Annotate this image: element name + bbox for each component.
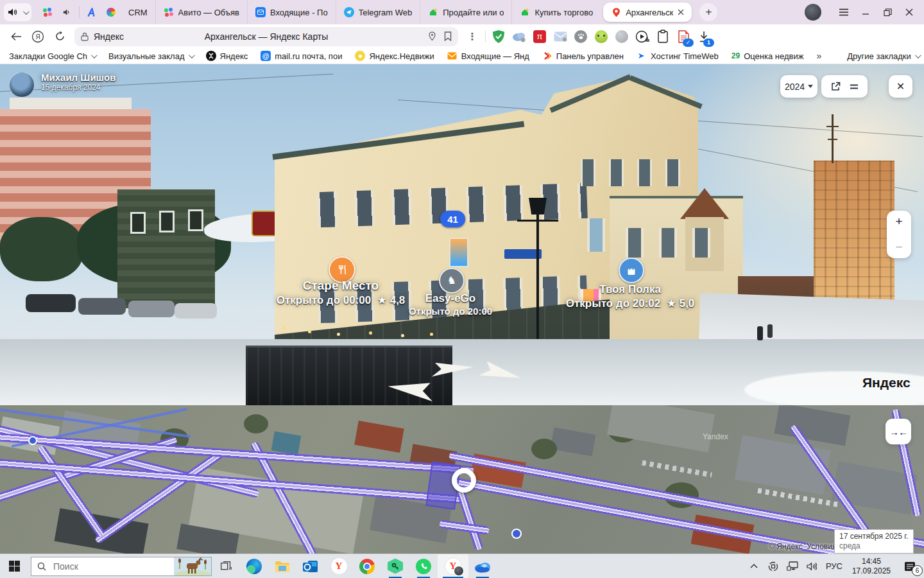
author-avatar[interactable]: [9, 72, 35, 98]
new-tab-button[interactable]: +: [699, 3, 717, 21]
bookmark-folder-google[interactable]: Закладки Google Ch: [9, 51, 96, 61]
close-panorama-button[interactable]: ✕: [889, 75, 912, 98]
panorama-viewport[interactable]: Михаил Шишов 15 декабря 2024 2024 ✕ + − …: [0, 64, 924, 405]
taskbar-app-cloud[interactable]: [468, 554, 497, 578]
tray-time: 14:45: [852, 557, 891, 566]
equals-menu-icon[interactable]: [850, 83, 859, 90]
geo-pin-icon[interactable]: [428, 31, 436, 41]
yandex-search-button[interactable]: Я: [27, 27, 49, 46]
poi-name[interactable]: Easy-eGo: [393, 292, 508, 305]
extension-paw[interactable]: [572, 28, 589, 45]
poi-name[interactable]: Твоя Полка: [566, 283, 694, 296]
tray-language[interactable]: РУС: [821, 554, 847, 578]
extension-adguard[interactable]: [490, 28, 507, 45]
bookmark-folder-visual[interactable]: Визуальные заклад: [108, 51, 193, 61]
taskbar-app-edge[interactable]: [240, 554, 268, 578]
browser-menu-button[interactable]: [833, 3, 855, 22]
extension-grey[interactable]: [613, 28, 630, 45]
share-icon[interactable]: [831, 82, 841, 91]
extension-clipboard[interactable]: [654, 28, 671, 45]
extension-mail[interactable]: [552, 28, 569, 45]
tab-arkhangelsk-active[interactable]: Архангельск: [603, 3, 692, 22]
extension-cloud[interactable]: [511, 28, 527, 45]
tray-network-icon[interactable]: [783, 554, 802, 578]
search-highlight-moose-image[interactable]: [174, 557, 211, 575]
window-minimize-button[interactable]: [855, 3, 877, 22]
extension-pikabu[interactable]: π: [531, 28, 548, 45]
back-button[interactable]: [5, 27, 27, 46]
tray-app-icon[interactable]: [764, 554, 783, 578]
tab-crm[interactable]: CRM: [121, 0, 156, 24]
pinned-tab-pie[interactable]: [101, 3, 121, 21]
map-point-marker[interactable]: [28, 436, 37, 445]
bookmark-inbox[interactable]: Входящие — Янд: [447, 51, 529, 61]
copyright-text[interactable]: © Яндекс: [769, 542, 803, 551]
bookmark-ocenka[interactable]: 29Оценка недвиж: [732, 51, 804, 61]
taskbar-search[interactable]: [31, 557, 212, 576]
antenna-bar: [828, 139, 837, 140]
pinned-tab-avito[interactable]: [82, 3, 101, 21]
poi-shop-icon[interactable]: [619, 258, 644, 283]
extension-doc-check[interactable]: ✓: [675, 28, 692, 45]
tab-telegram[interactable]: Telegram Web: [336, 0, 421, 24]
poi-toys-icon[interactable]: ♞: [439, 268, 465, 293]
bookmark-label: Яндекс: [220, 51, 248, 61]
profile-avatar[interactable]: [805, 4, 821, 21]
extensions-kebab-button[interactable]: ⋮: [464, 28, 481, 45]
tray-volume-icon[interactable]: [802, 554, 821, 578]
house-number-badge[interactable]: 41: [440, 211, 465, 227]
tray-expand-button[interactable]: [744, 554, 764, 578]
pedestrian: [757, 326, 763, 340]
tab-avito[interactable]: Авито — Объяв: [156, 0, 248, 24]
plus-icon: +: [706, 6, 712, 19]
window-maximize-button[interactable]: [877, 3, 898, 22]
window-close-button[interactable]: [898, 3, 920, 22]
back-arrow-icon: [11, 32, 22, 41]
search-input[interactable]: [52, 561, 174, 572]
pinned-tab-audio[interactable]: [57, 3, 76, 21]
taskbar-app-chrome[interactable]: [353, 554, 381, 578]
tab-buy[interactable]: Купить торгово: [512, 0, 601, 24]
downloads-button[interactable]: 1: [696, 28, 712, 45]
panorama-position-marker[interactable]: [452, 468, 476, 493]
tab-sell[interactable]: Продайте или о: [420, 0, 512, 24]
pinned-tab-yandex[interactable]: [38, 3, 57, 21]
bookmark-panel[interactable]: Панель управлен: [542, 51, 624, 61]
bookmark-timeweb[interactable]: Хостинг TimeWeb: [637, 51, 719, 61]
close-icon[interactable]: [678, 9, 684, 15]
envelope-icon: [447, 51, 458, 61]
taskbar-app-keepass[interactable]: [381, 554, 409, 578]
screen: CRM Авито — Объяв Входящие - По Telegram…: [0, 0, 924, 578]
url-field[interactable]: Яндекс Архангельск — Яндекс Карты: [74, 27, 458, 46]
taskbar-app-explorer[interactable]: [268, 554, 296, 578]
minimap-viewport[interactable]: Yandex →← © Яндекс Условия и 17 сентября…: [0, 405, 924, 554]
extension-player[interactable]: [634, 28, 651, 45]
bookmark-label: Другие закладки: [847, 51, 911, 61]
chevron-down-icon[interactable]: [23, 8, 30, 15]
task-view-button[interactable]: [212, 554, 240, 578]
bookmark-yandex[interactable]: Яндекс: [206, 51, 248, 61]
bookmarks-overflow-button[interactable]: »: [816, 51, 821, 61]
start-button[interactable]: [0, 554, 28, 578]
global-mute-control[interactable]: [4, 3, 31, 21]
star-icon: ★: [377, 294, 387, 306]
extension-monster[interactable]: [593, 28, 610, 45]
refresh-button[interactable]: [49, 27, 71, 46]
bookmark-icon[interactable]: [444, 31, 452, 41]
taskbar-app-outlook[interactable]: [296, 554, 325, 578]
collapse-minimap-button[interactable]: →←: [886, 419, 911, 444]
zoom-out-button[interactable]: −: [895, 243, 902, 252]
year-selector[interactable]: 2024: [780, 75, 817, 98]
taskbar-app-whatsapp[interactable]: [409, 554, 438, 578]
taskbar-app-yandex-browser[interactable]: Y: [325, 554, 353, 578]
taskbar-app-yandex-active[interactable]: Y: [438, 554, 468, 578]
tray-clock[interactable]: 14:45 17.09.2025: [847, 557, 896, 576]
bookmark-mailru[interactable]: @mail.ru почта, пои: [261, 51, 342, 61]
bookmark-realty[interactable]: Яндекс.Недвижи: [355, 51, 434, 61]
poi-name[interactable]: Старе Место: [270, 279, 411, 293]
zoom-in-button[interactable]: +: [895, 217, 902, 226]
notification-center-button[interactable]: 6: [896, 554, 924, 578]
tab-inbox[interactable]: Входящие - По: [248, 0, 336, 24]
map-point-marker[interactable]: [511, 529, 522, 539]
other-bookmarks-button[interactable]: Другие закладки: [847, 51, 920, 61]
